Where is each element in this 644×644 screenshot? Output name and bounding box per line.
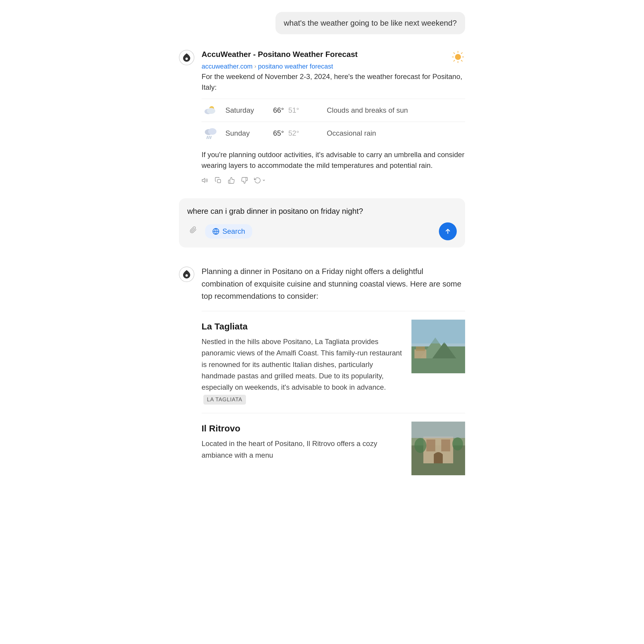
input-actions-row: Search xyxy=(187,222,457,240)
sunday-weather-icon xyxy=(202,127,219,140)
action-icons-row xyxy=(202,177,465,184)
weather-saturday-row: Saturday 66° 51° Clouds and breaks of su… xyxy=(202,99,465,122)
ai-dinner-block: Planning a dinner in Positano on a Frida… xyxy=(179,265,465,484)
weather-source-url: accuweather.com › positano weather forec… xyxy=(202,61,358,71)
svg-point-39 xyxy=(414,438,426,453)
svg-line-7 xyxy=(453,52,455,54)
saturday-description: Clouds and breaks of sun xyxy=(327,105,408,116)
weather-domain-link[interactable]: accuweather.com xyxy=(202,61,253,71)
weather-intro-text: For the weekend of November 2-3, 2024, h… xyxy=(202,71,465,93)
svg-line-8 xyxy=(461,60,463,62)
sunday-label: Sunday xyxy=(225,128,267,139)
svg-rect-30 xyxy=(411,320,465,343)
attach-button[interactable] xyxy=(187,224,200,239)
saturday-label: Saturday xyxy=(225,105,267,116)
il-ritrovo-info: Il Ritrovo Located in the heart of Posit… xyxy=(202,422,404,475)
thumbs-up-icon[interactable] xyxy=(228,177,235,184)
thumbs-down-icon[interactable] xyxy=(241,177,248,184)
il-ritrovo-inner: Il Ritrovo Located in the heart of Posit… xyxy=(202,422,465,475)
saturday-weather-icon xyxy=(202,104,219,117)
user-message-1: what's the weather going to be like next… xyxy=(179,12,465,34)
il-ritrovo-name: Il Ritrovo xyxy=(202,422,404,435)
la-tagliata-desc: Nestled in the hills above Positano, La … xyxy=(202,336,404,405)
svg-rect-38 xyxy=(411,422,465,438)
svg-rect-20 xyxy=(217,179,221,183)
la-tagliata-name: La Tagliata xyxy=(202,320,404,333)
svg-line-16 xyxy=(207,136,208,139)
search-button[interactable]: Search xyxy=(205,224,252,239)
svg-point-15 xyxy=(208,128,216,135)
svg-line-10 xyxy=(453,60,455,62)
restaurant-il-ritrovo: Il Ritrovo Located in the heart of Posit… xyxy=(202,413,465,484)
saturday-low: 51° xyxy=(288,106,299,114)
la-tagliata-image xyxy=(411,320,465,373)
saturday-temps: 66° 51° xyxy=(273,105,321,116)
weather-content: AccuWeather - Positano Weather Forecast … xyxy=(202,49,465,184)
ai-avatar xyxy=(179,50,194,65)
saturday-high: 66° xyxy=(273,106,284,114)
restaurant-la-tagliata: La Tagliata Nestled in the hills above P… xyxy=(202,311,465,413)
weather-source-block: AccuWeather - Positano Weather Forecast … xyxy=(202,49,465,71)
svg-marker-19 xyxy=(202,178,205,182)
il-ritrovo-image xyxy=(411,422,465,475)
dinner-intro-text: Planning a dinner in Positano on a Frida… xyxy=(202,265,465,303)
svg-rect-32 xyxy=(416,346,425,351)
sunday-description: Occasional rain xyxy=(327,128,376,139)
input-left-actions: Search xyxy=(187,224,252,239)
sunday-temps: 65° 52° xyxy=(273,128,321,139)
la-tagliata-info: La Tagliata Nestled in the hills above P… xyxy=(202,320,404,405)
svg-line-17 xyxy=(209,136,209,139)
la-tagliata-inner: La Tagliata Nestled in the hills above P… xyxy=(202,320,465,405)
weather-advice-text: If you're planning outdoor activities, i… xyxy=(202,149,465,171)
ai-weather-block: AccuWeather - Positano Weather Forecast … xyxy=(179,49,465,184)
regenerate-icon[interactable] xyxy=(254,177,266,184)
svg-line-18 xyxy=(210,136,211,139)
svg-point-1 xyxy=(185,58,188,60)
send-button[interactable] xyxy=(439,222,457,240)
il-ritrovo-desc: Located in the heart of Positano, Il Rit… xyxy=(202,438,404,461)
svg-point-25 xyxy=(185,274,188,277)
weather-sunday-row: Sunday 65° 52° Occasional rain xyxy=(202,122,465,145)
svg-line-9 xyxy=(461,52,463,54)
svg-point-13 xyxy=(207,108,215,114)
weather-path-link[interactable]: positano weather forecast xyxy=(258,61,333,71)
sunday-high: 65° xyxy=(273,129,284,137)
weather-source-title: AccuWeather - Positano Weather Forecast xyxy=(202,49,358,60)
sun-decorative-icon xyxy=(451,50,465,68)
user-bubble-text-1: what's the weather going to be like next… xyxy=(275,12,465,34)
svg-rect-36 xyxy=(426,439,435,451)
speaker-icon[interactable] xyxy=(202,177,209,184)
search-button-label: Search xyxy=(222,227,245,236)
la-tagliata-tag: LA TAGLIATA xyxy=(203,395,246,405)
input-text-value: where can i grab dinner in positano on f… xyxy=(187,205,457,217)
breadcrumb-chevron: › xyxy=(254,62,256,70)
sunday-low: 52° xyxy=(288,129,299,137)
chat-input-container[interactable]: where can i grab dinner in positano on f… xyxy=(179,198,465,247)
copy-icon[interactable] xyxy=(215,177,222,184)
svg-point-2 xyxy=(455,54,461,60)
svg-point-40 xyxy=(452,437,463,451)
dinner-content: Planning a dinner in Positano on a Frida… xyxy=(202,265,465,484)
ai-avatar-2 xyxy=(179,267,194,282)
svg-rect-37 xyxy=(441,439,450,451)
